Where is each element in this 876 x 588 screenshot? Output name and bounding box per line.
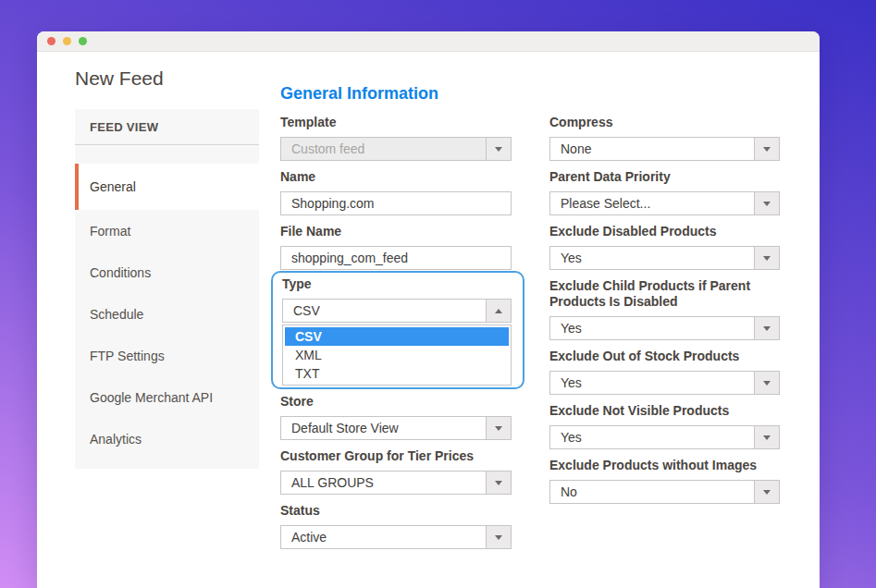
compress-select[interactable]: None <box>549 137 780 161</box>
chevron-down-icon <box>763 147 771 152</box>
option-xml[interactable]: XML <box>285 346 509 364</box>
chevron-down-icon <box>763 381 771 386</box>
exclude-child-products-if-parent-products-is-disabled-label: Exclude Child Products if Parent Product… <box>549 278 780 310</box>
parent-data-priority-label: Parent Data Priority <box>549 169 780 185</box>
form-column-right: CompressNoneParent Data PriorityPlease S… <box>549 115 780 557</box>
chevron-down-icon <box>763 490 771 495</box>
field-file-name: File Name <box>280 224 512 270</box>
status-label: Status <box>280 503 512 519</box>
exclude-disabled-products-dropdown-button[interactable] <box>754 247 779 269</box>
customer-group-for-tier-prices-select-value: ALL GROUPS <box>281 475 486 490</box>
field-parent-data-priority: Parent Data PriorityPlease Select... <box>549 169 780 215</box>
exclude-child-products-if-parent-products-is-disabled-dropdown-button[interactable] <box>754 317 779 339</box>
type-label: Type <box>282 276 512 292</box>
type-select[interactable]: CSV <box>282 299 512 323</box>
sidebar-spacer <box>75 145 259 164</box>
sidebar-item-general[interactable]: General <box>75 164 259 210</box>
status-dropdown-button[interactable] <box>486 526 511 548</box>
field-exclude-not-visible-products: Exclude Not Visible ProductsYes <box>549 403 780 449</box>
option-csv[interactable]: CSV <box>285 327 509 346</box>
exclude-disabled-products-select[interactable]: Yes <box>549 246 780 270</box>
type-dropdown-button[interactable] <box>486 300 511 322</box>
exclude-products-without-images-select[interactable]: No <box>549 480 780 504</box>
store-label: Store <box>280 394 512 410</box>
sidebar-item-label: Schedule <box>90 307 143 322</box>
chevron-down-icon <box>763 256 771 261</box>
exclude-not-visible-products-select-value: Yes <box>550 430 754 445</box>
chevron-down-icon <box>495 426 502 431</box>
exclude-products-without-images-label: Exclude Products without Images <box>549 458 780 473</box>
sidebar-item-analytics[interactable]: Analytics <box>75 418 259 459</box>
app-window: New Feed FEED VIEW GeneralFormatConditio… <box>37 31 820 588</box>
sidebar-item-ftp-settings[interactable]: FTP Settings <box>75 335 259 376</box>
status-select[interactable]: Active <box>280 525 512 549</box>
field-template: TemplateCustom feed <box>280 115 512 161</box>
chevron-down-icon <box>495 535 502 540</box>
customer-group-for-tier-prices-select[interactable]: ALL GROUPS <box>280 471 512 495</box>
exclude-out-of-stock-products-label: Exclude Out of Stock Products <box>549 349 780 364</box>
exclude-out-of-stock-products-dropdown-button[interactable] <box>754 372 779 394</box>
sidebar-item-label: Google Merchant API <box>90 390 213 405</box>
option-txt[interactable]: TXT <box>285 364 509 383</box>
exclude-products-without-images-select-value: No <box>550 484 754 499</box>
minimize-button[interactable] <box>63 37 71 45</box>
exclude-child-products-if-parent-products-is-disabled-select[interactable]: Yes <box>549 316 780 340</box>
store-select-value: Default Store View <box>281 421 486 435</box>
field-exclude-disabled-products: Exclude Disabled ProductsYes <box>549 224 780 270</box>
customer-group-for-tier-prices-dropdown-button[interactable] <box>486 472 511 494</box>
field-name: Name <box>280 169 512 215</box>
exclude-disabled-products-select-value: Yes <box>550 251 754 265</box>
template-select: Custom feed <box>280 137 512 161</box>
chevron-down-icon <box>495 481 502 485</box>
field-status: StatusActive <box>280 503 512 549</box>
store-select[interactable]: Default Store View <box>280 416 512 440</box>
parent-data-priority-dropdown-button[interactable] <box>754 192 779 214</box>
field-store: StoreDefault Store View <box>280 394 512 440</box>
compress-select-value: None <box>550 141 754 156</box>
store-dropdown-button[interactable] <box>486 417 511 439</box>
template-label: Template <box>280 115 512 130</box>
name-input[interactable] <box>280 191 512 215</box>
form-columns: TemplateCustom feedNameFile NameTypeCSVC… <box>280 115 820 557</box>
type-select-value: CSV <box>283 303 486 318</box>
section-heading: General Information <box>280 84 820 103</box>
zoom-button[interactable] <box>79 37 87 45</box>
chevron-down-icon <box>763 326 771 331</box>
sidebar-item-google-merchant-api[interactable]: Google Merchant API <box>75 376 259 418</box>
sidebar: FEED VIEW GeneralFormatConditionsSchedul… <box>75 109 259 469</box>
sidebar-item-schedule[interactable]: Schedule <box>75 293 259 335</box>
exclude-out-of-stock-products-select[interactable]: Yes <box>549 371 780 395</box>
main-content: General Information TemplateCustom feedN… <box>280 84 820 557</box>
field-exclude-out-of-stock-products: Exclude Out of Stock ProductsYes <box>549 349 780 395</box>
field-exclude-child-products-if-parent-products-is-disabled: Exclude Child Products if Parent Product… <box>549 278 780 340</box>
close-button[interactable] <box>47 37 56 45</box>
sidebar-item-label: General <box>90 179 136 194</box>
sidebar-item-label: Format <box>90 224 130 239</box>
sidebar-item-label: Conditions <box>90 265 151 280</box>
chevron-down-icon <box>495 147 502 152</box>
compress-dropdown-button[interactable] <box>754 138 779 160</box>
exclude-not-visible-products-dropdown-button[interactable] <box>754 426 779 448</box>
field-exclude-products-without-images: Exclude Products without ImagesNo <box>549 458 780 504</box>
parent-data-priority-select[interactable]: Please Select... <box>549 191 780 215</box>
template-select-value: Custom feed <box>281 141 486 156</box>
field-type: TypeCSVCSVXMLTXT <box>271 271 524 389</box>
file-name-input[interactable] <box>280 246 512 270</box>
form-column-left: TemplateCustom feedNameFile NameTypeCSVC… <box>280 115 512 557</box>
exclude-not-visible-products-select[interactable]: Yes <box>549 425 780 449</box>
exclude-products-without-images-dropdown-button[interactable] <box>754 481 779 503</box>
sidebar-item-label: Analytics <box>90 432 142 447</box>
field-customer-group-for-tier-prices: Customer Group for Tier PricesALL GROUPS <box>280 448 512 495</box>
sidebar-item-format[interactable]: Format <box>75 210 259 251</box>
parent-data-priority-select-value: Please Select... <box>550 196 754 211</box>
sidebar-nav: GeneralFormatConditionsScheduleFTP Setti… <box>75 164 259 459</box>
page-title: New Feed <box>75 67 164 90</box>
exclude-disabled-products-label: Exclude Disabled Products <box>549 224 780 239</box>
exclude-child-products-if-parent-products-is-disabled-select-value: Yes <box>550 321 754 336</box>
customer-group-for-tier-prices-label: Customer Group for Tier Prices <box>280 448 512 464</box>
window-titlebar <box>37 31 820 52</box>
chevron-up-icon <box>495 309 502 313</box>
sidebar-item-conditions[interactable]: Conditions <box>75 251 259 293</box>
template-dropdown-button <box>486 138 511 160</box>
chevron-down-icon <box>763 202 771 206</box>
